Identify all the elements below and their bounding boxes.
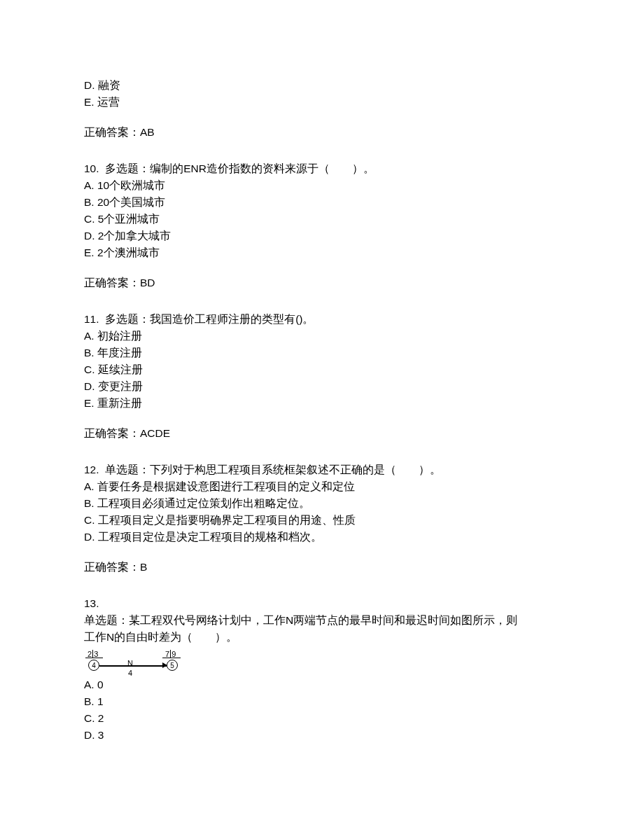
node-b-ls: 9 (172, 650, 176, 658)
question-9-tail: D. 融资 E. 运营 正确答案：AB (84, 77, 560, 141)
option-b: B. 20个美国城市 (84, 194, 560, 211)
question-title: 11. 多选题：我国造价工程师注册的类型有()。 (84, 311, 560, 328)
option-e: E. 运营 (84, 94, 560, 111)
question-title-line2: 工作N的自由时差为（ ）。 (84, 629, 560, 646)
option-b: B. 工程项目必须通过定位策划作出粗略定位。 (84, 495, 560, 512)
node-b-times: 79 (165, 648, 176, 660)
question-12: 12. 单选题：下列对于构思工程项目系统框架叙述不正确的是（ ）。 A. 首要任… (84, 461, 560, 576)
correct-answer: 正确答案：ACDE (84, 425, 560, 442)
option-e: E. 2个澳洲城市 (84, 244, 560, 261)
question-title-line1: 单选题：某工程双代号网络计划中，工作N两端节点的最早时间和最迟时间如图所示，则 (84, 612, 560, 629)
option-e: E. 重新注册 (84, 395, 560, 412)
node-b-es: 7 (165, 650, 169, 658)
option-d: D. 3 (84, 727, 560, 744)
separator-icon (92, 650, 93, 658)
option-b: B. 1 (84, 693, 560, 710)
option-c: C. 5个亚洲城市 (84, 211, 560, 228)
node-b: 5 (167, 660, 178, 671)
option-a: A. 首要任务是根据建设意图进行工程项目的定义和定位 (84, 478, 560, 495)
option-c: C. 2 (84, 710, 560, 727)
question-title: 10. 多选题：编制的ENR造价指数的资料来源于（ ）。 (84, 160, 560, 177)
option-d: D. 工程项目定位是决定工程项目的规格和档次。 (84, 529, 560, 545)
node-a-es: 2 (88, 650, 92, 658)
node-b-id: 5 (170, 660, 174, 672)
node-a-ls: 3 (94, 650, 98, 658)
separator-icon (170, 650, 171, 658)
network-diagram: 23 4 N 4 79 5 (84, 647, 182, 675)
question-10: 10. 多选题：编制的ENR造价指数的资料来源于（ ）。 A. 10个欧洲城市 … (84, 160, 560, 291)
option-d: D. 2个加拿大城市 (84, 228, 560, 244)
question-number: 13. (84, 595, 560, 612)
option-d: D. 融资 (84, 77, 560, 94)
question-11: 11. 多选题：我国造价工程师注册的类型有()。 A. 初始注册 B. 年度注册… (84, 311, 560, 442)
document-page: D. 融资 E. 运营 正确答案：AB 10. 多选题：编制的ENR造价指数的资… (0, 0, 644, 805)
activity-duration: 4 (128, 667, 132, 679)
option-c: C. 工程项目定义是指要明确界定工程项目的用途、性质 (84, 512, 560, 529)
option-b: B. 年度注册 (84, 345, 560, 361)
arrow-line (99, 665, 167, 667)
option-d: D. 变更注册 (84, 378, 560, 395)
question-title: 12. 单选题：下列对于构思工程项目系统框架叙述不正确的是（ ）。 (84, 461, 560, 478)
node-a-times: 23 (88, 648, 98, 660)
option-a: A. 初始注册 (84, 328, 560, 345)
correct-answer: 正确答案：AB (84, 124, 560, 141)
question-13: 13. 单选题：某工程双代号网络计划中，工作N两端节点的最早时间和最迟时间如图所… (84, 595, 560, 744)
correct-answer: 正确答案：BD (84, 274, 560, 291)
option-c: C. 延续注册 (84, 361, 560, 378)
node-a: 4 (88, 660, 99, 671)
option-a: A. 10个欧洲城市 (84, 177, 560, 194)
node-a-id: 4 (92, 660, 96, 672)
correct-answer: 正确答案：B (84, 559, 560, 576)
option-a: A. 0 (84, 676, 560, 693)
